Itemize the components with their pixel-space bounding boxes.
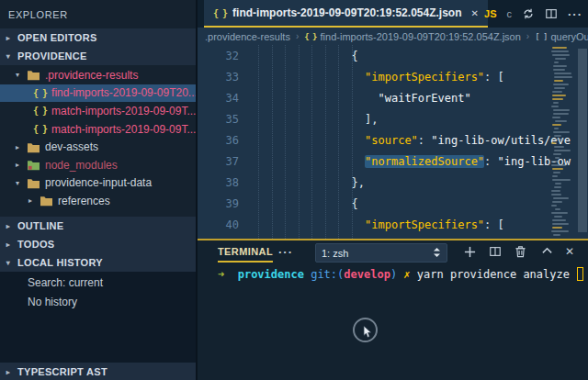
minimap-mark <box>553 197 569 199</box>
minimap-mark <box>551 212 568 214</box>
vscode-window: EXPLORER ▸ OPEN EDITORS ▾ PROVIDENCE ▾.p… <box>0 0 588 380</box>
minimap-mark <box>551 205 557 207</box>
editor-group: { } find-imports-2019-09-09T20:19:52.054… <box>198 0 588 380</box>
tree-item-node-modules[interactable]: ▸node_modules <box>0 156 196 174</box>
section-label: OUTLINE <box>17 220 63 231</box>
breadcrumb-separator: › <box>296 31 299 41</box>
minimap-mark <box>554 76 572 78</box>
local-history-search: Search: current <box>0 274 196 292</box>
chevron-down-icon[interactable]: ▾ <box>13 179 22 187</box>
tree-item-dev-assets[interactable]: ▸dev-assets <box>0 138 196 156</box>
minimap-mark <box>552 54 570 56</box>
line-number: 34 <box>198 92 239 105</box>
tree-item-find-imports-2019-09-09t20[interactable]: { }find-imports-2019-09-09T20... <box>0 84 196 103</box>
indent-guide <box>311 45 312 239</box>
section-outline[interactable]: ▸ OUTLINE <box>0 217 196 235</box>
chevron-down-icon[interactable]: ▾ <box>13 71 22 79</box>
c-badge-icon[interactable]: c <box>507 8 513 19</box>
tree-item-providence-results[interactable]: ▾.providence-results <box>0 66 196 84</box>
chevron-right-icon[interactable]: ▸ <box>13 143 22 151</box>
minimap-mark <box>554 80 563 82</box>
code-lines: 32{33"importSpecifiers": [34"waitForEven… <box>198 45 588 235</box>
code-line-34: 34"waitForEvent" <box>198 87 588 108</box>
indent-guide <box>299 45 300 239</box>
folder-icon <box>27 177 40 189</box>
tree-item-match-imports-2019-09-09t[interactable]: { }match-imports-2019-09-09T... <box>0 102 196 120</box>
indent-guide <box>272 45 273 239</box>
minimap-mark <box>553 109 570 111</box>
code-line-32: 32{ <box>198 45 588 66</box>
minimap-mark <box>553 84 569 85</box>
tree-item-match-imports-2019-09-09t[interactable]: { }match-imports-2019-09-09T... <box>0 120 196 139</box>
minimap-mark <box>553 172 560 173</box>
minimap-mark <box>554 128 559 129</box>
breadcrumb: .providence-results›{ }find-imports-2019… <box>198 28 588 45</box>
minimap-mark <box>553 139 564 140</box>
mouse-cursor-icon <box>363 326 372 339</box>
code-editor[interactable]: 32{33"importSpecifiers": [34"waitForEven… <box>198 45 588 239</box>
line-number: 37 <box>198 155 239 168</box>
breadcrumb-item[interactable]: { }find-imports-2019-09-09T20:19:52.054Z… <box>304 31 521 42</box>
minimap-mark <box>551 161 559 162</box>
code-text: "importSpecifiers": [ <box>239 71 504 84</box>
terminal-more-icon[interactable]: ··· <box>278 245 293 259</box>
vertical-scrollbar[interactable] <box>578 49 587 232</box>
breadcrumb-item[interactable]: [ ]queryOutput <box>535 31 588 42</box>
code-line-36: 36"source": "ing-lib-ow/utils/eve <box>198 129 588 151</box>
more-actions-icon[interactable]: ··· <box>568 7 582 21</box>
close-panel-icon[interactable]: ✕ <box>565 245 574 258</box>
prompt-token: providence <box>224 268 304 281</box>
minimap-mark <box>552 124 561 126</box>
section-providence[interactable]: ▾ PROVIDENCE <box>0 47 196 65</box>
terminal-prompt[interactable]: ➜ providence git:(develop) ✗ yarn provid… <box>218 267 583 281</box>
tree-item-providence-input-data[interactable]: ▾providence-input-data <box>0 174 196 193</box>
split-editor-icon[interactable] <box>545 7 558 20</box>
minimap-mark <box>551 142 556 144</box>
tree-item-references[interactable]: ▸references <box>0 192 196 210</box>
tree-item-label: node_modules <box>45 159 118 172</box>
code-line-39: 39{ <box>198 193 588 214</box>
new-terminal-icon[interactable] <box>463 245 477 259</box>
minimap-mark <box>552 95 566 96</box>
kill-terminal-trash-icon[interactable] <box>514 245 526 258</box>
tree-item-label: .providence-results <box>45 69 138 82</box>
minimap[interactable] <box>549 45 575 239</box>
breadcrumb-item[interactable]: .providence-results <box>205 31 290 42</box>
chevron-right-icon[interactable]: ▸ <box>26 196 35 205</box>
code-line-37: 37"normalizedSource": "ing-lib-ow <box>198 151 588 172</box>
json-file-icon: { } <box>213 8 227 18</box>
tab-find-imports-json[interactable]: { } find-imports-2019-09-09T20:19:52.054… <box>204 0 488 28</box>
terminal-shell-select[interactable]: 1: zsh <box>315 243 447 263</box>
minimap-mark <box>551 190 560 192</box>
terminal-tab[interactable]: TERMINAL <box>218 246 273 263</box>
mouse-click-indicator <box>353 318 378 342</box>
select-arrows-icon <box>433 247 441 260</box>
section-local-history[interactable]: ▾ LOCAL HISTORY <box>0 253 196 272</box>
section-label: TYPESCRIPT AST <box>17 366 107 377</box>
tree-item-label: dev-assets <box>45 140 98 153</box>
section-todos[interactable]: ▸ TODOS <box>0 235 196 253</box>
maximize-panel-icon[interactable] <box>541 245 553 257</box>
json-file-icon: { } <box>33 106 47 116</box>
prompt-token: ✗ <box>397 268 410 281</box>
section-typescript-ast[interactable]: ▸ TYPESCRIPT AST <box>0 363 196 380</box>
minimap-mark <box>555 157 560 159</box>
minimap-mark <box>551 106 559 107</box>
local-history-content: Search: current No history <box>0 272 196 363</box>
sync-icon[interactable] <box>522 7 535 20</box>
js-badge-icon[interactable]: JS <box>484 8 496 19</box>
indent-guide <box>352 45 353 239</box>
minimap-mark <box>553 65 567 67</box>
section-open-editors[interactable]: ▸ OPEN EDITORS <box>0 28 196 47</box>
tree-item-label: references <box>58 195 110 207</box>
minimap-mark <box>553 102 559 104</box>
chevron-right-icon[interactable]: ▸ <box>13 161 22 169</box>
close-tab-icon[interactable]: ✕ <box>470 8 478 18</box>
section-label: LOCAL HISTORY <box>17 257 103 268</box>
code-text: "importSpecifiers": [ <box>239 218 504 231</box>
split-terminal-icon[interactable] <box>489 245 502 258</box>
line-number: 36 <box>198 134 239 147</box>
chevron-right-icon: ▸ <box>4 240 13 249</box>
chevron-right-icon: ▸ <box>4 368 13 376</box>
terminal-panel[interactable]: TERMINAL ··· 1: zsh <box>198 240 588 380</box>
